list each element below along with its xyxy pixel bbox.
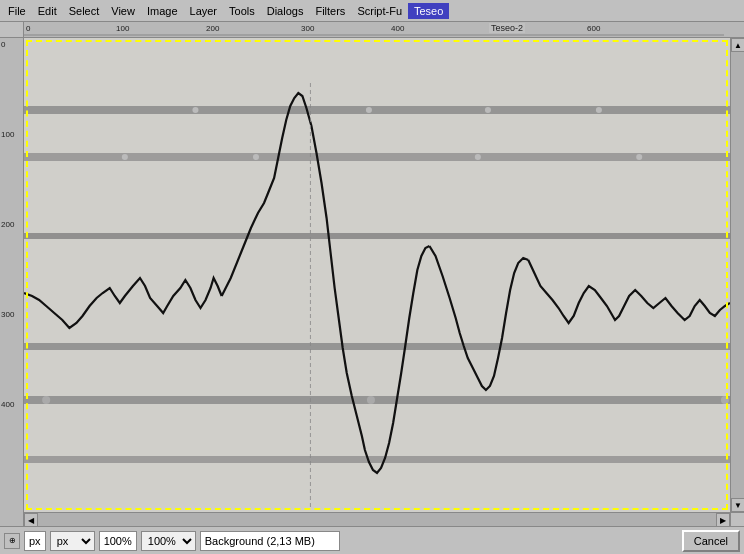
menu-teseo[interactable]: Teseo bbox=[408, 3, 449, 19]
statusbar: ⊕ px px % mm 100% 100% 50% 200% Backgrou… bbox=[0, 526, 744, 554]
menu-select[interactable]: Select bbox=[63, 3, 106, 19]
svg-point-10 bbox=[485, 107, 491, 113]
ruler-top: 0 100 200 300 400 Teseo-2 600 bbox=[0, 22, 744, 38]
ruler-horizontal: 0 100 200 300 400 Teseo-2 600 bbox=[24, 22, 744, 37]
waveform-image bbox=[24, 38, 730, 512]
menu-dialogs[interactable]: Dialogs bbox=[261, 3, 310, 19]
ruler-marks bbox=[24, 32, 744, 37]
ruler-v-tick-400: 400 bbox=[1, 400, 14, 409]
unit-value: px bbox=[29, 535, 41, 547]
menu-edit[interactable]: Edit bbox=[32, 3, 63, 19]
scroll-corner bbox=[730, 512, 744, 526]
svg-rect-3 bbox=[24, 153, 730, 161]
scroll-up-button[interactable]: ▲ bbox=[731, 38, 744, 52]
svg-point-18 bbox=[721, 396, 729, 404]
menu-tools[interactable]: Tools bbox=[223, 3, 261, 19]
svg-point-13 bbox=[253, 154, 259, 160]
ruler-vertical: 0 100 200 300 400 bbox=[0, 38, 24, 526]
menu-image[interactable]: Image bbox=[141, 3, 184, 19]
svg-rect-5 bbox=[24, 343, 730, 350]
ruler-v-tick-300: 300 bbox=[1, 310, 14, 319]
svg-point-16 bbox=[42, 396, 50, 404]
canvas-inner[interactable] bbox=[24, 38, 730, 512]
scrollbar-vertical[interactable]: ▲ ▼ bbox=[730, 38, 744, 512]
menubar: File Edit Select View Image Layer Tools … bbox=[0, 0, 744, 22]
svg-point-8 bbox=[192, 107, 198, 113]
svg-point-11 bbox=[596, 107, 602, 113]
menu-layer[interactable]: Layer bbox=[184, 3, 224, 19]
info-field: Background (2,13 MB) bbox=[200, 531, 340, 551]
menu-scriptfu[interactable]: Script-Fu bbox=[351, 3, 408, 19]
svg-point-12 bbox=[122, 154, 128, 160]
menu-file[interactable]: File bbox=[2, 3, 32, 19]
zoom-select[interactable]: 100% 50% 200% bbox=[141, 531, 196, 551]
svg-rect-2 bbox=[24, 106, 730, 114]
svg-rect-4 bbox=[24, 233, 730, 239]
info-text: Background (2,13 MB) bbox=[205, 535, 315, 547]
unit-field: px bbox=[24, 531, 46, 551]
menu-view[interactable]: View bbox=[105, 3, 141, 19]
cancel-button[interactable]: Cancel bbox=[682, 530, 740, 552]
zoom-field: 100% bbox=[99, 531, 137, 551]
canvas-container: ▲ ▼ ◀ ▶ bbox=[24, 38, 744, 526]
scroll-left-button[interactable]: ◀ bbox=[24, 513, 38, 526]
scroll-down-button[interactable]: ▼ bbox=[731, 498, 744, 512]
unit-select[interactable]: px % mm bbox=[50, 531, 95, 551]
ruler-v-tick-100: 100 bbox=[1, 130, 14, 139]
scroll-right-button[interactable]: ▶ bbox=[716, 513, 730, 526]
svg-point-14 bbox=[475, 154, 481, 160]
svg-point-9 bbox=[366, 107, 372, 113]
svg-point-17 bbox=[367, 396, 375, 404]
ruler-v-tick-200: 200 bbox=[1, 220, 14, 229]
scrollbar-horizontal[interactable]: ◀ ▶ bbox=[24, 512, 730, 526]
svg-rect-6 bbox=[24, 396, 730, 404]
ruler-corner bbox=[0, 22, 24, 37]
svg-rect-7 bbox=[24, 456, 730, 463]
zoom-value: 100% bbox=[104, 535, 132, 547]
ruler-v-tick-0: 0 bbox=[1, 40, 5, 49]
main-area: 0 100 200 300 400 bbox=[0, 38, 744, 526]
statusbar-icon: ⊕ bbox=[4, 533, 20, 549]
svg-point-15 bbox=[636, 154, 642, 160]
menu-filters[interactable]: Filters bbox=[309, 3, 351, 19]
